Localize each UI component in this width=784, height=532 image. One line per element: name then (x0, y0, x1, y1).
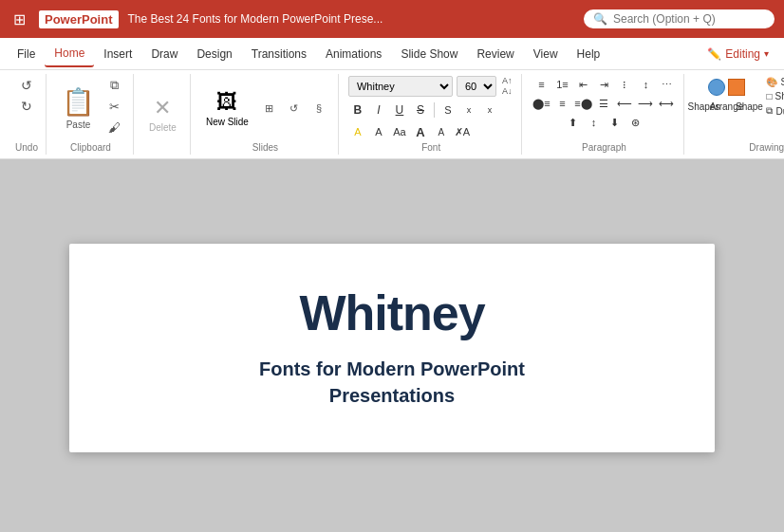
arrange-button[interactable]: Arrange (717, 98, 736, 115)
line-spacing-button[interactable]: ↕ (636, 76, 655, 93)
reset-slide-button[interactable]: ↺ (283, 99, 306, 118)
paste-icon: 📋 (62, 86, 95, 118)
menu-draw[interactable]: Draw (141, 42, 187, 66)
font-size-A-big[interactable]: A (411, 123, 430, 140)
align-bottom-button[interactable]: ⬇ (605, 114, 624, 131)
convert-smartart-button[interactable]: ⊛ (625, 114, 644, 131)
chevron-down-icon: ▾ (764, 48, 769, 59)
bullet-list-button[interactable]: ≡ (532, 76, 551, 93)
ribbon-group-undo: ↺ ↻ Undo (8, 74, 47, 155)
menu-insert[interactable]: Insert (94, 42, 141, 66)
copy-button[interactable]: ⧉ (103, 76, 125, 95)
subscript-button[interactable]: x (480, 101, 499, 119)
new-slide-button[interactable]: 🖼 New Slide (200, 86, 254, 131)
font-name-select[interactable]: Whitney (348, 76, 453, 97)
clear-format-button[interactable]: ✗A (453, 123, 472, 140)
font-size-increase[interactable]: A↑ (500, 76, 514, 86)
menu-animations[interactable]: Animations (316, 42, 391, 66)
align-left-button[interactable]: ⬤≡ (532, 95, 551, 112)
numbered-list-button[interactable]: 1≡ (552, 76, 571, 93)
decrease-indent-button[interactable]: ⇤ (573, 76, 592, 93)
delete-label: Delete (149, 122, 177, 133)
slide-subtitle-line2: Presentations (329, 385, 455, 406)
menu-slideshow[interactable]: Slide Show (391, 42, 467, 66)
ribbon-group-font: Whitney 60 A↑ A↓ B I U S S (341, 74, 523, 155)
format-painter-button[interactable]: 🖌 (103, 118, 125, 137)
delete-button[interactable]: ✕ Delete (143, 92, 182, 137)
font-mid-row: B I U S S x x (348, 101, 499, 119)
grid-icon[interactable]: ⊞ (9, 7, 29, 32)
font-color-button[interactable]: A (348, 123, 367, 140)
shape-fill-label: Shape Fill (780, 77, 784, 87)
duplicate-button[interactable]: ⧉ Duplicate (762, 104, 784, 118)
slides-label: Slides (252, 140, 278, 153)
font-size-A-small[interactable]: A (432, 123, 451, 140)
align-center-button[interactable]: ≡ (552, 95, 571, 112)
italic-button[interactable]: I (369, 101, 388, 119)
increase-indent-button[interactable]: ⇥ (594, 76, 613, 93)
font-size-select[interactable]: 60 (457, 76, 496, 97)
rtl-button[interactable]: ⟵ (615, 95, 634, 112)
slide-subtitle: Fonts for Modern PowerPoint Presentation… (259, 356, 525, 409)
align-middle-button[interactable]: ↕ (584, 114, 603, 131)
strikethrough-button[interactable]: S (411, 101, 430, 119)
shapes-preview (708, 79, 745, 96)
underline-button[interactable]: U (390, 101, 409, 119)
font-label: Font (421, 140, 440, 153)
shape-fill-button[interactable]: 🎨 Shape Fill (762, 76, 784, 88)
section-button[interactable]: § (308, 99, 330, 118)
menu-review[interactable]: Review (467, 42, 523, 66)
shapes-container: Shapes Arrange Shape (694, 79, 758, 115)
ribbon-group-slides: 🖼 New Slide ⊞ ↺ § Slides (193, 74, 339, 155)
search-input[interactable] (613, 12, 765, 26)
app-name: PowerPoint (39, 10, 119, 28)
justify-button[interactable]: ☰ (594, 95, 613, 112)
shadow-button[interactable]: S (439, 101, 457, 119)
align-right-button[interactable]: ≡⬤ (573, 95, 592, 112)
para-bot-row: ⬆ ↕ ⬇ ⊛ (563, 114, 644, 131)
ribbon-group-delete: ✕ Delete (136, 74, 191, 155)
menu-home[interactable]: Home (45, 41, 94, 67)
font-case-button[interactable]: Aa (390, 123, 409, 140)
shape-rect-preview (728, 79, 745, 96)
font-size-controls: A↑ A↓ (500, 76, 514, 97)
font-size-decrease[interactable]: A↓ (500, 86, 514, 97)
highlight-button[interactable]: A (369, 123, 388, 140)
slide-canvas[interactable]: Whitney Fonts for Modern PowerPoint Pres… (69, 244, 715, 452)
menu-view[interactable]: View (524, 42, 568, 66)
para-mid-row: ⬤≡ ≡ ≡⬤ ☰ ⟵ ⟶ ⟷ (532, 95, 676, 112)
slides-extra: ⊞ ↺ § (258, 99, 330, 118)
ribbon-group-paragraph: ≡ 1≡ ⇤ ⇥ ⫶ ↕ ⋯ ⬤≡ ≡ ≡⬤ ☰ ⟵ ⟶ ⟷ (524, 74, 684, 155)
cut-button[interactable]: ✂ (103, 97, 125, 116)
menu-file[interactable]: File (8, 42, 45, 66)
shape-fill-icon: 🎨 (766, 77, 777, 87)
ribbon: ↺ ↻ Undo 📋 Paste ⧉ ✂ 🖌 Clipboard (0, 70, 784, 159)
redo-button[interactable]: ↻ (15, 97, 38, 116)
undo-label: Undo (15, 140, 38, 153)
title-bar: ⊞ PowerPoint The Best 24 Fonts for Moder… (0, 0, 784, 38)
editing-button[interactable]: ✏️ Editing ▾ (700, 44, 776, 64)
ltr-button[interactable]: ⟶ (636, 95, 655, 112)
columns-button[interactable]: ⫶ (615, 76, 634, 93)
align-top-button[interactable]: ⬆ (563, 114, 582, 131)
clipboard-label: Clipboard (70, 140, 111, 153)
superscript-button[interactable]: x (459, 101, 478, 119)
menu-transitions[interactable]: Transitions (242, 42, 316, 66)
font-bot-row: A A Aa A A ✗A (348, 123, 472, 140)
new-slide-label: New Slide (206, 117, 249, 127)
undo-button[interactable]: ↺ (15, 76, 38, 95)
paste-button[interactable]: 📋 Paste (56, 76, 101, 140)
pencil-icon: ✏️ (707, 47, 721, 61)
menu-help[interactable]: Help (568, 42, 610, 66)
more-paragraph-button[interactable]: ⋯ (657, 76, 676, 93)
menu-design[interactable]: Design (187, 42, 241, 66)
text-direction-button[interactable]: ⟷ (657, 95, 676, 112)
shape-outline-icon: □ (766, 91, 772, 101)
shape-styles-button[interactable]: Shape (739, 98, 758, 115)
search-box: 🔍 (584, 9, 775, 28)
layout-button[interactable]: ⊞ (258, 99, 281, 118)
shape-outline-label: Shape Outline (775, 91, 785, 101)
bold-button[interactable]: B (348, 101, 367, 119)
shape-outline-button[interactable]: □ Shape Outline (762, 90, 784, 102)
drawing-right-panel: 🎨 Shape Fill □ Shape Outline ⧉ Duplicate (762, 76, 784, 118)
